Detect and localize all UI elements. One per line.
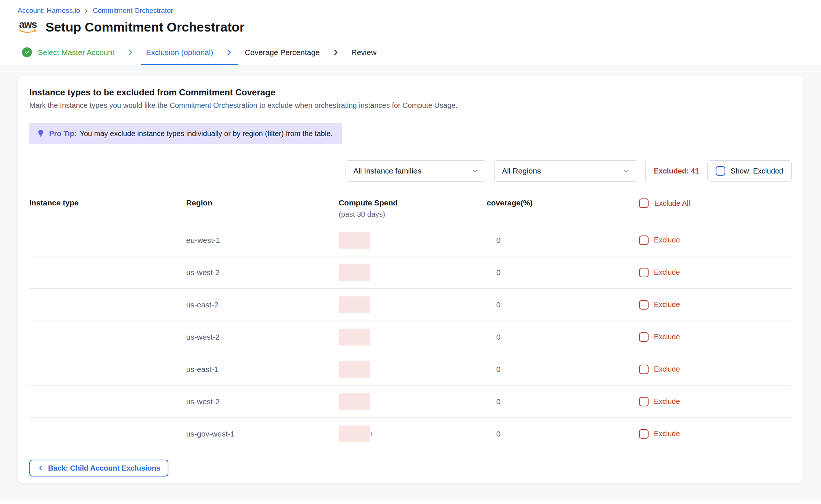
table-row: us-gov-west-1 0 Exclude <box>29 418 792 450</box>
step-review[interactable]: Review <box>347 40 381 65</box>
pro-tip-label: Pro Tip: <box>49 129 77 138</box>
step-label: Select Master Account <box>38 48 114 57</box>
coverage-cell: 0 <box>487 333 639 342</box>
show-excluded-checkbox[interactable] <box>716 166 725 176</box>
step-label: Exclusion (optional) <box>146 48 213 57</box>
panel-heading: Instance types to be excluded from Commi… <box>29 87 792 98</box>
exclude-checkbox[interactable] <box>639 365 649 374</box>
column-header-exclude-all: Exclude All <box>639 198 792 208</box>
coverage-cell: 0 <box>487 300 639 309</box>
breadcrumb: Account: Harness.io Commitment Orchestra… <box>18 6 803 15</box>
compute-spend-redacted <box>339 232 370 249</box>
table-row: us-west-2 0 Exclude <box>29 386 792 418</box>
page-title: Setup Commitment Orchestrator <box>45 20 245 34</box>
chevron-right-icon <box>324 40 347 65</box>
exclude-label: Exclude <box>654 430 680 438</box>
panel-subheading: Mark the Instance types you would like t… <box>29 101 792 110</box>
back-button-label: Back: Child Account Exclusions <box>48 464 160 472</box>
breadcrumb-account-link[interactable]: Account: Harness.io <box>18 7 80 15</box>
table-row: us-west-2 0 Exclude <box>29 256 792 289</box>
check-circle-icon <box>22 47 32 57</box>
show-excluded-toggle[interactable]: Show: Excluded <box>707 160 792 182</box>
aws-logo-text: aws <box>19 21 37 29</box>
lightbulb-icon <box>36 129 45 138</box>
pro-tip-banner: Pro Tip: You may exclude instance types … <box>29 123 342 144</box>
aws-logo: aws <box>18 21 38 34</box>
exclude-label: Exclude <box>654 268 680 277</box>
regions-select[interactable]: All Regions <box>494 160 637 182</box>
region-cell: eu-west-1 <box>182 236 335 245</box>
chevron-down-icon <box>471 167 479 175</box>
exclude-checkbox[interactable] <box>639 397 649 406</box>
compute-spend-subtitle: (past 30 days) <box>339 210 487 219</box>
table-row: us-east-1 0 Exclude <box>29 353 792 386</box>
compute-spend-redacted <box>339 329 370 346</box>
table-header-row: Instance type Region Compute Spend (past… <box>29 198 792 224</box>
step-select-master-account[interactable]: Select Master Account <box>18 40 119 65</box>
content-area: Instance types to be excluded from Commi… <box>0 65 821 500</box>
exclude-all-checkbox[interactable] <box>639 198 649 208</box>
step-label: Review <box>351 48 377 57</box>
exclude-label: Exclude <box>654 397 680 406</box>
compute-spend-redacted <box>339 393 370 410</box>
exclude-checkbox[interactable] <box>639 235 649 245</box>
exclude-checkbox[interactable] <box>639 300 649 310</box>
instance-families-select[interactable]: All Instance families <box>346 160 486 182</box>
compute-spend-redacted <box>339 426 370 442</box>
exclude-label: Exclude <box>654 365 680 373</box>
exclusion-panel: Instance types to be excluded from Commi… <box>18 76 803 483</box>
exclude-label: Exclude <box>654 300 680 309</box>
pro-tip-text: You may exclude instance types individua… <box>80 129 333 138</box>
page-header: Account: Harness.io Commitment Orchestra… <box>0 0 821 37</box>
table-row: us-west-2 0 Exclude <box>29 321 792 353</box>
exclude-all-label: Exclude All <box>654 199 690 208</box>
table-row: eu-west-1 0 Exclude <box>29 224 792 256</box>
step-label: Coverage Percentage <box>245 48 320 57</box>
compute-spend-redacted <box>339 361 370 378</box>
filter-bar: All Instance families All Regions Exclud… <box>29 160 792 182</box>
coverage-cell: 0 <box>487 236 639 245</box>
compute-spend-redacted <box>339 264 370 281</box>
column-header-region: Region <box>182 198 335 207</box>
chevron-left-icon <box>37 465 44 471</box>
exclude-checkbox[interactable] <box>639 429 649 439</box>
back-button[interactable]: Back: Child Account Exclusions <box>29 460 168 476</box>
chevron-down-icon <box>622 167 630 175</box>
chevron-right-icon <box>119 40 142 65</box>
chevron-right-icon <box>218 40 240 65</box>
region-cell: us-gov-west-1 <box>182 430 335 438</box>
aws-smile-icon <box>18 29 37 34</box>
exclude-checkbox[interactable] <box>639 268 649 277</box>
column-header-instance-type: Instance type <box>29 198 182 207</box>
region-cell: us-west-2 <box>182 268 335 277</box>
wizard-stepper: Select Master Account Exclusion (optiona… <box>0 40 821 65</box>
coverage-cell: 0 <box>487 397 639 406</box>
breadcrumb-chevron-icon <box>84 8 89 14</box>
region-cell: us-west-2 <box>182 397 335 406</box>
compute-spend-redacted <box>339 296 370 313</box>
filter-divider <box>645 161 646 181</box>
compute-spend-redacted-fragment <box>371 432 372 436</box>
compute-spend-title: Compute Spend <box>339 198 487 207</box>
show-excluded-label: Show: Excluded <box>731 167 783 175</box>
step-coverage-percentage[interactable]: Coverage Percentage <box>240 40 324 65</box>
region-cell: us-east-2 <box>182 300 335 309</box>
step-exclusion[interactable]: Exclusion (optional) <box>142 40 218 65</box>
regions-value: All Regions <box>502 167 541 175</box>
column-header-compute-spend: Compute Spend (past 30 days) <box>334 198 487 219</box>
coverage-cell: 0 <box>487 365 639 374</box>
exclude-checkbox[interactable] <box>639 332 649 342</box>
exclude-label: Exclude <box>654 236 680 244</box>
breadcrumb-current-link[interactable]: Commitment Orchestrator <box>93 7 173 15</box>
excluded-count: Excluded: 41 <box>654 167 699 175</box>
coverage-cell: 0 <box>487 430 639 438</box>
instance-families-value: All Instance families <box>353 167 422 175</box>
coverage-cell: 0 <box>487 268 639 277</box>
region-cell: us-west-2 <box>182 333 335 342</box>
exclude-label: Exclude <box>654 333 680 341</box>
region-cell: us-east-1 <box>182 365 335 374</box>
column-header-coverage: coverage(%) <box>487 198 639 207</box>
table-row: us-east-2 0 Exclude <box>29 289 792 321</box>
